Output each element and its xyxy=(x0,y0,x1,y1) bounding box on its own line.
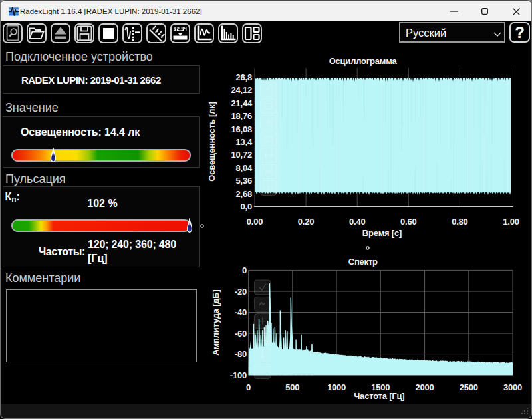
svg-text:0,0: 0,0 xyxy=(241,202,252,211)
svg-text:0.80: 0.80 xyxy=(452,217,468,227)
svg-text:Амплитуда [дБ]: Амплитуда [дБ] xyxy=(211,289,221,355)
svg-text:-20: -20 xyxy=(235,287,247,297)
svg-text:-60: -60 xyxy=(235,329,247,339)
svg-text:0.60: 0.60 xyxy=(400,217,417,227)
svg-text:Время [с]: Время [с] xyxy=(362,228,402,238)
svg-text:0: 0 xyxy=(246,382,251,392)
svg-text:0.20: 0.20 xyxy=(298,217,315,227)
svg-text:10,72: 10,72 xyxy=(231,150,252,160)
svg-text:3000: 3000 xyxy=(503,382,522,392)
svg-text:Осциллограмма: Осциллограмма xyxy=(329,56,398,66)
svg-text:8,04: 8,04 xyxy=(235,163,252,173)
svg-text:-80: -80 xyxy=(235,349,247,359)
svg-text:-100: -100 xyxy=(230,370,247,380)
svg-text:Освещенность [лк]: Освещенность [лк] xyxy=(207,102,217,181)
svg-text:1.00: 1.00 xyxy=(503,217,519,227)
svg-text:5,36: 5,36 xyxy=(235,176,252,186)
svg-text:2,68: 2,68 xyxy=(235,189,252,199)
svg-text:-40: -40 xyxy=(235,307,247,317)
svg-text:21,44: 21,44 xyxy=(231,98,253,108)
svg-text:Частота [Гц]: Частота [Гц] xyxy=(354,391,404,401)
svg-text:18,76: 18,76 xyxy=(231,111,252,121)
svg-text:2000: 2000 xyxy=(416,382,434,392)
svg-text:0.40: 0.40 xyxy=(349,217,366,227)
svg-text:16,08: 16,08 xyxy=(231,124,252,134)
svg-text:1000: 1000 xyxy=(327,382,346,392)
svg-text:2500: 2500 xyxy=(460,382,478,392)
svg-text:500: 500 xyxy=(285,382,299,392)
svg-text:Спектр: Спектр xyxy=(348,257,378,267)
svg-text:0: 0 xyxy=(242,265,247,275)
svg-text:26,8: 26,8 xyxy=(235,72,252,82)
svg-text:0.00: 0.00 xyxy=(247,217,263,227)
svg-text:13,4: 13,4 xyxy=(235,137,252,147)
svg-text:24,12: 24,12 xyxy=(231,85,252,95)
